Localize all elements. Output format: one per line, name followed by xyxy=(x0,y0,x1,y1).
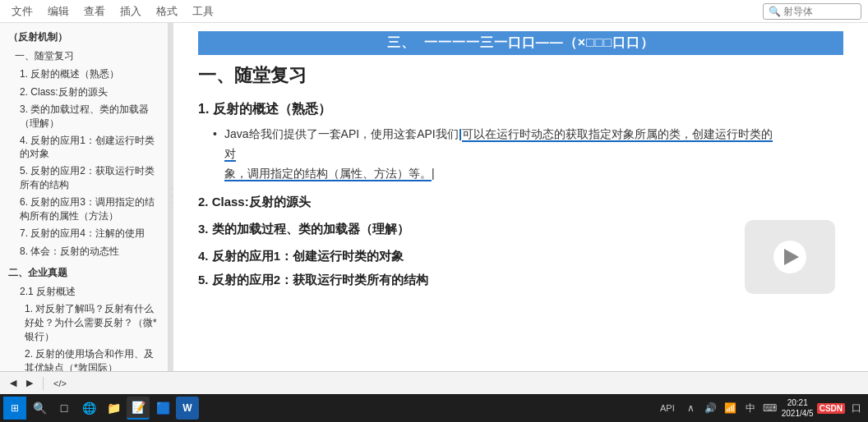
tray-notification-icon[interactable]: 口 xyxy=(848,400,865,416)
sidebar-item-1[interactable]: 1. 反射的概述（熟悉） xyxy=(0,65,168,83)
toolbar-forward-btn[interactable]: ▶ xyxy=(23,377,36,389)
video-ears xyxy=(766,231,814,242)
sidebar-section-title2: 二、企业真题 xyxy=(0,264,168,282)
nav-file[interactable]: 文件 xyxy=(7,2,38,21)
video-placeholder[interactable] xyxy=(745,220,835,294)
subsection-h3-2: 2. Class:反射的源头 xyxy=(198,195,843,210)
sidebar-item-section1[interactable]: 一、随堂复习 xyxy=(0,47,168,65)
taskbar-search-icon[interactable]: 🔍 xyxy=(28,397,51,420)
taskbar-edge-icon[interactable]: 🌐 xyxy=(77,397,100,420)
bottom-toolbar: ◀ ▶ </> xyxy=(0,371,868,394)
sidebar-item-7[interactable]: 7. 反射的应用4：注解的使用 xyxy=(0,224,168,242)
content-header-strip: 三、 一一一一三一口口——（×□□□口口） xyxy=(198,31,843,55)
sidebar-item-21[interactable]: 2.1 反射概述 xyxy=(0,282,168,300)
toolbar-back-btn[interactable]: ◀ xyxy=(7,377,20,389)
taskbar-explorer-icon[interactable]: 📁 xyxy=(102,397,125,420)
taskbar-taskview-icon[interactable]: □ xyxy=(53,397,76,420)
main-section-title: 一、随堂复习 xyxy=(198,63,843,88)
sidebar: （反射机制） 一、随堂复习 1. 反射的概述（熟悉） 2. Class:反射的源… xyxy=(0,23,169,371)
text-cursor-icon xyxy=(459,129,461,140)
sidebar-item-3[interactable]: 3. 类的加载过程、类的加载器（理解） xyxy=(0,101,168,132)
video-play-button[interactable] xyxy=(773,241,806,273)
tray-caret-icon[interactable]: ∧ xyxy=(683,400,699,416)
topbar-nav: 文件 编辑 查看 插入 格式 工具 xyxy=(7,2,219,21)
nav-insert[interactable]: 插入 xyxy=(115,2,146,21)
sidebar-section-title: （反射机制） xyxy=(0,28,168,47)
nav-format[interactable]: 格式 xyxy=(151,2,182,21)
main-layout: （反射机制） 一、随堂复习 1. 反射的概述（熟悉） 2. Class:反射的源… xyxy=(0,23,868,371)
sidebar-item-2[interactable]: 2. Class:反射的源头 xyxy=(0,83,168,101)
clock-time: 20:21 xyxy=(782,397,814,408)
section-main-title-text: 一、随堂复习 xyxy=(198,65,307,85)
tray-volume-icon[interactable]: 🔊 xyxy=(703,400,719,416)
bullet-underline-blue2: 象，调用指定的结构（属性、方法）等。 xyxy=(224,167,432,181)
api-label: API xyxy=(660,403,675,413)
subsection4-label: 反射的应用1：创建运行时类的对象 xyxy=(212,249,404,263)
tray-extra-icon[interactable]: ⌨ xyxy=(762,400,778,416)
csdn-badge[interactable]: CSDN xyxy=(817,403,845,414)
taskbar-app2-icon[interactable]: 🟦 xyxy=(151,397,174,420)
taskbar-time[interactable]: 20:21 2021/4/5 xyxy=(782,397,814,419)
clock-date: 2021/4/5 xyxy=(782,408,814,419)
bullet-prefix: Java给我们提供了一套API，使用这套API我们 xyxy=(224,127,459,140)
sidebar-item-5[interactable]: 5. 反射的应用2：获取运行时类所有的结构 xyxy=(0,163,168,194)
topbar: 文件 编辑 查看 插入 格式 工具 xyxy=(0,0,868,23)
subsection1-label: 反射的概述（熟悉） xyxy=(213,102,331,116)
sidebar-item-31[interactable]: 1. 对反射了解吗？反射有什么好处？为什么需要反射？（微*银行） xyxy=(0,300,168,345)
nav-edit[interactable]: 编辑 xyxy=(43,2,74,21)
taskbar-app3-icon[interactable]: W xyxy=(176,397,199,420)
content-area[interactable]: 三、 一一一一三一口口——（×□□□口口） 一、随堂复习 1. 反射的概述（熟悉… xyxy=(173,23,868,371)
sidebar-item-8[interactable]: 8. 体会：反射的动态性 xyxy=(0,242,168,260)
start-button[interactable]: ⊞ xyxy=(3,397,26,420)
toolbar-code-btn[interactable]: </> xyxy=(50,378,70,389)
ear-left xyxy=(766,231,778,242)
nav-tools[interactable]: 工具 xyxy=(187,2,219,21)
subsection5-label: 反射的应用2：获取运行时类所有的结构 xyxy=(212,273,428,287)
tray-keyboard-icon[interactable]: 中 xyxy=(742,400,759,416)
toolbar-separator xyxy=(43,377,44,390)
taskbar-app-icon[interactable]: 📝 xyxy=(127,397,150,420)
nav-view[interactable]: 查看 xyxy=(79,2,110,21)
search-input[interactable] xyxy=(763,3,861,20)
subsection3-label: 类的加载过程、类的加载器（理解） xyxy=(212,222,409,236)
start-icon: ⊞ xyxy=(11,402,19,414)
text-pipe: | xyxy=(432,167,435,180)
subsection-h2-1: 1. 反射的概述（熟悉） xyxy=(198,101,843,118)
taskbar: ⊞ 🔍 □ 🌐 📁 📝 🟦 W API ∧ 🔊 📶 中 ⌨ 20:21 2021… xyxy=(0,394,868,422)
sidebar-item-4[interactable]: 4. 反射的应用1：创建运行时类的对象 xyxy=(0,132,168,163)
play-triangle-icon xyxy=(784,249,799,265)
sidebar-item-32[interactable]: 2. 反射的使用场合和作用、及其优缺点（*敦国际） xyxy=(0,346,168,371)
bullet-text-1: Java给我们提供了一套API，使用这套API我们可以在运行时动态的获取指定对象… xyxy=(224,125,783,183)
ear-right xyxy=(802,231,814,242)
app-container: 文件 编辑 查看 插入 格式 工具 （反射机制） 一、随堂复习 1. 反射的概述… xyxy=(0,0,868,422)
subsection2-label: 反射的源头 xyxy=(249,195,311,209)
sidebar-item-6[interactable]: 6. 反射的应用3：调用指定的结构所有的属性（方法） xyxy=(0,194,168,225)
tray-network-icon[interactable]: 📶 xyxy=(723,400,739,416)
taskbar-tray: API ∧ 🔊 📶 中 ⌨ 20:21 2021/4/5 CSDN 口 xyxy=(660,397,865,419)
